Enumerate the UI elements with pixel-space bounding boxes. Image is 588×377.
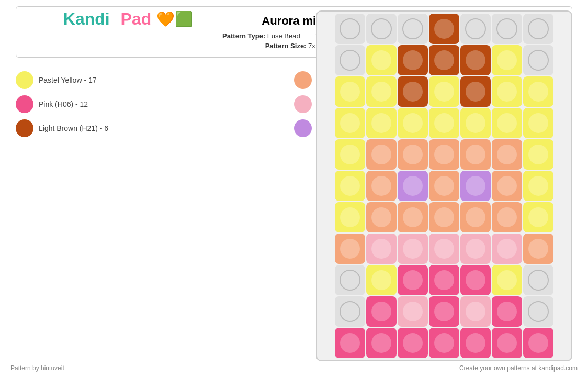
bead-70 — [335, 328, 365, 358]
footer-left: Pattern by hintuveit — [10, 364, 64, 372]
bead-4 — [460, 14, 491, 44]
bead-10 — [429, 45, 459, 75]
bead-52 — [429, 234, 459, 264]
pattern-type-value: Fuse Bead — [267, 32, 300, 40]
bead-16 — [398, 76, 428, 107]
bead-21 — [335, 108, 365, 138]
legend-color-pastel_yellow — [16, 71, 33, 89]
bead-59 — [429, 265, 459, 295]
bead-29 — [366, 139, 397, 170]
bead-19 — [492, 76, 522, 107]
bead-38 — [429, 171, 459, 201]
bead-49 — [335, 234, 365, 264]
bead-53 — [460, 234, 491, 264]
logo-space — [113, 9, 118, 29]
bead-17 — [429, 76, 459, 107]
bead-23 — [398, 108, 428, 138]
bead-60 — [460, 265, 491, 295]
pattern-size: Pattern Size: 7x10 — [265, 42, 323, 50]
footer: Pattern by hintuveit Create your own pat… — [0, 364, 588, 372]
bead-73 — [429, 328, 459, 358]
bead-3 — [429, 14, 459, 44]
bead-65 — [398, 296, 428, 327]
bead-64 — [366, 296, 397, 327]
pattern-size-label: Pattern Size: — [265, 42, 307, 50]
bead-68 — [492, 296, 522, 327]
bead-57 — [366, 265, 397, 295]
bead-69 — [523, 296, 553, 327]
legend-label-pastel_yellow: Pastel Yellow - 17 — [39, 76, 97, 84]
logo-kandi: Kandi — [63, 9, 110, 29]
bead-2 — [398, 14, 428, 44]
footer-right: Create your own patterns at kandipad.com — [459, 364, 578, 372]
bead-27 — [523, 108, 553, 138]
legend-color-pink — [16, 95, 33, 113]
bead-58 — [398, 265, 428, 295]
bead-43 — [366, 202, 397, 232]
bead-35 — [335, 171, 365, 201]
bead-45 — [429, 202, 459, 232]
bead-41 — [523, 171, 553, 201]
legend-color-light_peach — [294, 71, 312, 89]
legend-color-light_grape — [294, 119, 312, 137]
bead-50 — [366, 234, 397, 264]
bead-18 — [460, 76, 491, 107]
legend-item-pink: Pink (H06) - 12 — [16, 95, 294, 113]
bead-47 — [492, 202, 522, 232]
bead-33 — [492, 139, 522, 170]
bead-37 — [398, 171, 428, 201]
bead-76 — [523, 328, 553, 358]
bead-grid-panel — [316, 10, 572, 361]
bead-11 — [460, 45, 491, 75]
bead-5 — [492, 14, 522, 44]
logo-pad: Pad — [121, 9, 152, 29]
bead-22 — [366, 108, 397, 138]
bead-62 — [523, 265, 553, 295]
bead-66 — [429, 296, 459, 327]
bead-24 — [429, 108, 459, 138]
bead-72 — [398, 328, 428, 358]
bead-grid — [335, 14, 553, 358]
bead-75 — [492, 328, 522, 358]
logo-emoji: 🧡🟩 — [156, 10, 193, 28]
bead-48 — [523, 202, 553, 232]
bead-40 — [492, 171, 522, 201]
bead-20 — [523, 76, 553, 107]
header: Kandi Pad 🧡🟩 — [0, 0, 256, 34]
bead-67 — [460, 296, 491, 327]
bead-14 — [335, 76, 365, 107]
bead-55 — [523, 234, 553, 264]
logo: Kandi Pad 🧡🟩 — [63, 9, 193, 29]
bead-63 — [335, 296, 365, 327]
bead-71 — [366, 328, 397, 358]
legend-color-pastel_pink — [294, 95, 312, 113]
legend-item-pastel_yellow: Pastel Yellow - 17 — [16, 71, 294, 89]
bead-28 — [335, 139, 365, 170]
bead-46 — [460, 202, 491, 232]
bead-61 — [492, 265, 522, 295]
bead-74 — [460, 328, 491, 358]
bead-56 — [335, 265, 365, 295]
legend-label-pink: Pink (H06) - 12 — [39, 100, 88, 108]
bead-54 — [492, 234, 522, 264]
bead-7 — [335, 45, 365, 75]
bead-51 — [398, 234, 428, 264]
bead-12 — [492, 45, 522, 75]
bead-1 — [366, 14, 397, 44]
bead-6 — [523, 14, 553, 44]
bead-42 — [335, 202, 365, 232]
bead-30 — [398, 139, 428, 170]
bead-31 — [429, 139, 459, 170]
bead-39 — [460, 171, 491, 201]
bead-36 — [366, 171, 397, 201]
bead-15 — [366, 76, 397, 107]
legend-label-light_brown: Light Brown (H21) - 6 — [39, 124, 108, 132]
bead-0 — [335, 14, 365, 44]
legend-item-light_brown: Light Brown (H21) - 6 — [16, 119, 294, 137]
bead-8 — [366, 45, 397, 75]
bead-13 — [523, 45, 553, 75]
bead-34 — [523, 139, 553, 170]
bead-32 — [460, 139, 491, 170]
bead-26 — [492, 108, 522, 138]
bead-25 — [460, 108, 491, 138]
